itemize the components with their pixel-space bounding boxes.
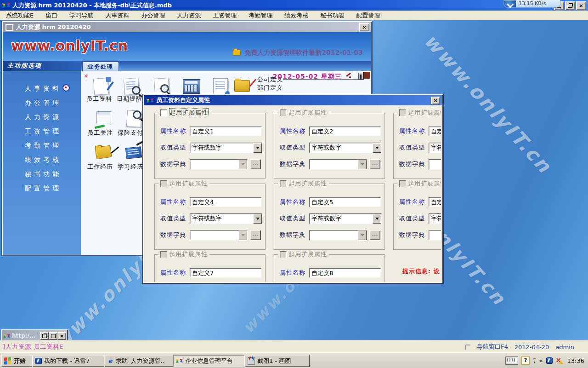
toolbar-label[interactable]: 员工资料: [86, 95, 112, 103]
value-type-select[interactable]: 字符或数字: [429, 143, 441, 153]
employee-file-icon[interactable]: [91, 77, 112, 97]
enable-checkbox[interactable]: [160, 251, 167, 258]
dialog-titlebar[interactable]: 员工资料自定义属性 ×: [144, 95, 442, 105]
task-hrm-platform[interactable]: 企业信息管理平台: [173, 355, 247, 367]
value-type-select[interactable]: 字符或数字: [190, 213, 262, 224]
enable-checkbox[interactable]: [160, 109, 167, 116]
dropdown-arrow-icon[interactable]: [373, 143, 381, 153]
value-type-select[interactable]: 字符或数字: [429, 213, 441, 224]
attr-name-input[interactable]: 自定义1: [190, 126, 261, 136]
dialog-close-button[interactable]: ×: [431, 97, 440, 104]
calculator-icon[interactable]: [181, 77, 202, 97]
insurance-pay-icon[interactable]: [124, 109, 145, 129]
value-type-select[interactable]: 字符或数字: [190, 143, 262, 153]
toolbar-label[interactable]: 学习经历: [118, 163, 143, 171]
menu-performance[interactable]: 绩效考核: [278, 12, 314, 20]
download-speed-bubble[interactable]: 13.15 KB/s: [503, 0, 560, 8]
keyboard-input-icon[interactable]: [505, 356, 518, 365]
group-legend: 起用扩展属性: [408, 109, 441, 117]
enable-checkbox[interactable]: [399, 109, 406, 116]
tab-business[interactable]: 业务处理: [82, 62, 119, 71]
menu-human-res[interactable]: 人力资源: [171, 12, 207, 20]
company-def-label[interactable]: 公司定义: [257, 75, 283, 84]
sidebar-item-config[interactable]: 配置管理: [3, 181, 81, 196]
attr-group-6: 起用扩展属性 属性名称自定义6 取值类型字符或数字 数据字典...: [393, 184, 441, 250]
menu-learn-nav[interactable]: 学习导航: [63, 12, 99, 20]
dropdown-arrow-icon[interactable]: [373, 214, 381, 224]
dropdown-arrow-icon[interactable]: [253, 143, 262, 153]
task-browser[interactable]: e 求助_人力资源管..: [104, 355, 175, 367]
close-button[interactable]: ×: [576, 1, 586, 10]
attr-name-input[interactable]: 自定义2: [309, 126, 381, 136]
sidebar-item-office[interactable]: 办公管理: [3, 96, 81, 110]
group-legend[interactable]: 起用扩展属性: [169, 108, 209, 117]
mini-restore-button[interactable]: [40, 332, 49, 340]
attr-name-input[interactable]: 自定义8: [309, 268, 381, 278]
tray-arrows-icon[interactable]: ⌐▾: [533, 357, 536, 364]
attr-name-input[interactable]: 自定义5: [309, 197, 381, 207]
dropdown-arrow-icon[interactable]: [253, 214, 262, 224]
sidebar-item-hr[interactable]: 人力资源: [3, 110, 81, 124]
sidebar-item-salary[interactable]: 工资管理: [3, 124, 81, 138]
banner-site-link[interactable]: www.onlyIT.cn: [11, 38, 128, 54]
restore-button[interactable]: [565, 1, 575, 10]
menu-config[interactable]: 配置管理: [350, 12, 386, 20]
menu-system[interactable]: 系统功能E: [0, 12, 40, 20]
nav-window-label[interactable]: 导航窗口F4: [477, 343, 508, 351]
hrm-window-titlebar[interactable]: 人力资源 hrm 20120420 ×: [3, 22, 371, 32]
dept-def-label[interactable]: 部门定义: [257, 84, 283, 92]
toolbar-label[interactable]: 日期提醒: [117, 95, 142, 103]
value-type-select[interactable]: 字符或数字: [309, 213, 382, 224]
menu-window[interactable]: 窗口: [40, 12, 63, 20]
search-icon[interactable]: [152, 77, 173, 97]
task-paint[interactable]: 截图1 - 画图: [244, 355, 310, 367]
start-button[interactable]: 开始: [1, 355, 34, 367]
employee-care-icon[interactable]: [94, 109, 115, 129]
sidebar-item-attendance[interactable]: 考勤管理: [3, 138, 81, 153]
menu-salary[interactable]: 工资管理: [207, 12, 243, 20]
data-dict-select: [190, 159, 248, 170]
collapse-tray-icon[interactable]: «: [539, 357, 543, 364]
mini-close-button[interactable]: ×: [57, 332, 66, 340]
mdi-client-area: www.onlyIT.cn www.onlyIT.cn www.onlyIT.c…: [0, 20, 588, 340]
menu-hr-file[interactable]: 人事资料: [99, 12, 135, 20]
sidebar-item-personnel[interactable]: 人事资料: [3, 81, 81, 96]
date-reminder-icon[interactable]: [121, 77, 142, 97]
sidebar-item-secretary[interactable]: 秘书功能: [3, 167, 81, 181]
task-thunder[interactable]: 我的下载 - 迅雷7: [32, 355, 107, 367]
enable-checkbox[interactable]: [399, 180, 406, 187]
sidebar-item-performance[interactable]: 绩效考核: [3, 153, 81, 167]
business-date: 2012-05-02 星期三: [273, 73, 342, 81]
status-bar: ]人力资源 员工资料E 导航窗口F4 2012-04-20 admin: [0, 340, 588, 353]
work-history-icon[interactable]: [94, 144, 115, 163]
attr-name-input[interactable]: 自定义4: [190, 197, 261, 207]
attr-name-input[interactable]: 自定义7: [190, 268, 261, 278]
data-dict-label: 数据字典: [399, 160, 429, 168]
enable-checkbox[interactable]: [280, 180, 287, 187]
study-history-icon[interactable]: [124, 144, 145, 163]
group-legend: 起用扩展属性: [169, 179, 208, 188]
toolbar-label[interactable]: 员工关注: [87, 129, 113, 137]
value-type-select[interactable]: 字符或数字: [309, 143, 382, 153]
menu-attendance[interactable]: 考勤管理: [243, 12, 278, 20]
personnel-active-icon: [62, 84, 70, 92]
taskbar: 开始 我的下载 - 迅雷7 e 求助_人力资源管.. 企业信息管理平台 截图1 …: [0, 352, 588, 368]
toolbar-label[interactable]: 保险支付: [118, 129, 143, 137]
menu-office[interactable]: 办公管理: [135, 12, 171, 20]
enable-checkbox[interactable]: [280, 109, 287, 116]
menu-secretary[interactable]: 秘书功能: [314, 12, 350, 20]
tray-alert-icon[interactable]: [556, 357, 563, 364]
attr-name-input[interactable]: 自定义3: [429, 126, 441, 136]
hrm-close-button[interactable]: ×: [359, 23, 369, 31]
mini-maximize-button[interactable]: [49, 332, 57, 340]
report-icon[interactable]: [210, 77, 232, 97]
tray-thunder-icon[interactable]: [546, 357, 553, 364]
attr-name-input[interactable]: 自定义6: [429, 197, 441, 207]
enable-checkbox[interactable]: [160, 180, 167, 187]
toolbar-label[interactable]: 工作经历: [87, 163, 113, 171]
minimized-browser-window[interactable]: http:/... ×: [1, 329, 68, 340]
enable-checkbox[interactable]: [280, 251, 287, 258]
dialog-title: 员工资料自定义属性: [156, 96, 210, 104]
input-help-icon[interactable]: ?: [521, 356, 530, 365]
folder-define-icon[interactable]: [232, 77, 254, 97]
